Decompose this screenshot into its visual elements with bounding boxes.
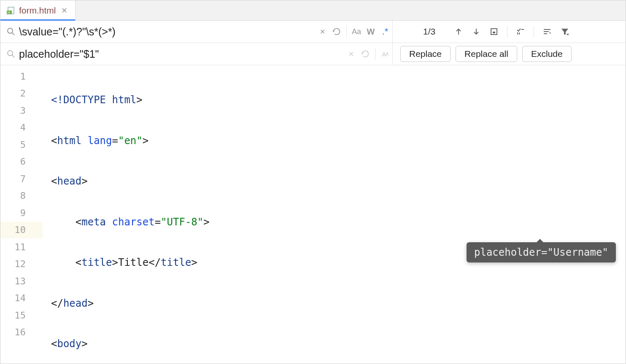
replace-preview-tooltip: placeholder="Username" xyxy=(467,242,616,262)
code-line: <html lang="en"> xyxy=(43,132,626,150)
select-all-icon[interactable] xyxy=(487,24,501,39)
preserve-case-icon[interactable]: AA xyxy=(378,47,392,61)
html-file-icon: H xyxy=(6,6,16,15)
next-match-icon[interactable] xyxy=(469,24,483,39)
match-case-icon[interactable]: Aa xyxy=(349,24,364,39)
whole-word-icon[interactable]: W xyxy=(364,24,378,39)
file-tab[interactable]: H form.html ✕ xyxy=(0,0,76,20)
svg-marker-16 xyxy=(561,29,568,35)
svg-point-15 xyxy=(550,32,551,34)
svg-line-19 xyxy=(12,55,14,57)
replace-all-button[interactable]: Replace all xyxy=(456,46,517,62)
code-line: <!DOCTYPE html> xyxy=(43,91,626,109)
line-number: 1 xyxy=(0,68,43,85)
replace-history-icon[interactable] xyxy=(358,47,372,61)
line-number: 6 xyxy=(0,153,43,171)
line-number: 14 xyxy=(0,290,43,307)
line-gutter: 1 2 3 4 5 6 7 8 9 10 11 12 13 14 15 16 xyxy=(0,65,43,364)
code-line: <head> xyxy=(43,173,626,190)
line-number: 8 xyxy=(0,187,43,205)
code-area[interactable]: <!DOCTYPE html> <html lang="en"> <head> … xyxy=(43,65,626,364)
svg-point-18 xyxy=(8,51,13,56)
line-number: 7 xyxy=(0,170,43,187)
find-options-icon[interactable] xyxy=(540,24,554,39)
line-number: 12 xyxy=(0,256,43,273)
svg-marker-17 xyxy=(567,34,569,35)
select-occurrences-icon[interactable] xyxy=(513,24,528,39)
tab-bar: H form.html ✕ xyxy=(0,0,626,21)
svg-line-4 xyxy=(12,33,14,35)
regex-icon[interactable]: .* xyxy=(378,24,392,39)
code-line: <body> xyxy=(43,335,626,353)
filter-icon[interactable] xyxy=(558,24,572,39)
svg-point-3 xyxy=(8,28,13,33)
line-number: 3 xyxy=(0,102,43,119)
svg-rect-8 xyxy=(493,32,495,33)
replace-input[interactable] xyxy=(16,48,344,60)
find-input[interactable] xyxy=(16,26,315,38)
line-number: 15 xyxy=(0,307,43,324)
line-number: 13 xyxy=(0,273,43,290)
line-number: 4 xyxy=(0,119,43,136)
line-number: 5 xyxy=(0,136,43,153)
line-number: 2 xyxy=(0,85,43,102)
history-icon[interactable] xyxy=(329,24,344,39)
prev-match-icon[interactable] xyxy=(451,24,466,39)
clear-replace-icon[interactable]: ✕ xyxy=(344,47,358,61)
line-number: 16 xyxy=(0,324,43,341)
line-number: 10 xyxy=(0,222,43,239)
replace-search-icon xyxy=(5,50,16,58)
line-number: 11 xyxy=(0,238,43,256)
code-line: <meta charset="UTF-8"> xyxy=(43,214,626,231)
search-icon xyxy=(5,27,16,36)
line-number: 9 xyxy=(0,204,43,222)
close-tab-icon[interactable]: ✕ xyxy=(59,6,69,15)
replace-bar: ✕ AA Replace Replace all Exclude xyxy=(0,43,626,65)
svg-text:H: H xyxy=(8,11,10,14)
code-editor[interactable]: 1 2 3 4 5 6 7 8 9 10 11 12 13 14 15 16 <… xyxy=(0,65,626,364)
find-bar: ✕ Aa W .* 1/3 xyxy=(0,21,626,43)
match-count: 1/3 xyxy=(398,27,448,37)
tab-label: form.html xyxy=(19,5,56,16)
clear-find-icon[interactable]: ✕ xyxy=(315,24,329,39)
exclude-button[interactable]: Exclude xyxy=(522,46,572,62)
code-line: </head> xyxy=(43,295,626,312)
replace-button[interactable]: Replace xyxy=(400,46,451,62)
